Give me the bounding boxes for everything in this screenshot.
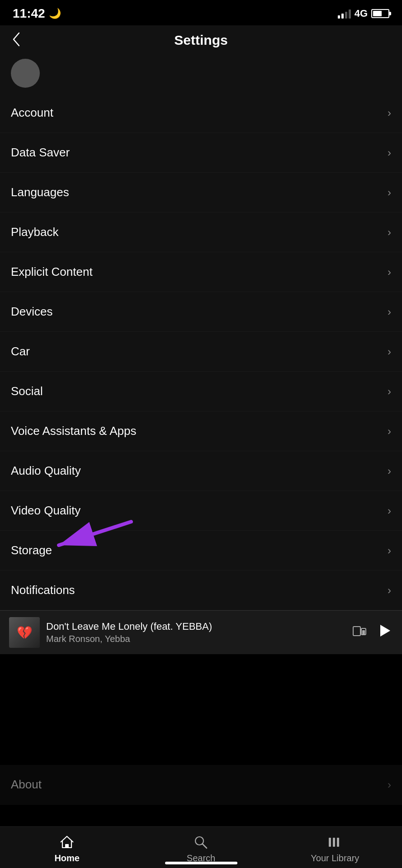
chevron-icon-voice-assistants: › (388, 425, 391, 438)
battery-fill (373, 11, 382, 16)
signal-bar-2 (341, 14, 344, 19)
status-time: 11:42 (13, 6, 45, 21)
nav-home[interactable]: Home (0, 827, 134, 868)
chevron-icon-about: › (388, 778, 391, 791)
settings-label-devices: Devices (11, 305, 52, 319)
svg-rect-5 (65, 844, 69, 848)
settings-label-storage: Storage (11, 543, 52, 557)
page-title: Settings (174, 33, 227, 48)
svg-rect-8 (329, 838, 331, 847)
signal-bar-3 (345, 12, 347, 19)
signal-bar-4 (349, 9, 351, 19)
mini-player[interactable]: Don't Leave Me Lonely (feat. YEBBA) Mark… (0, 610, 402, 654)
settings-label-languages: Languages (11, 185, 69, 199)
settings-label-audio-quality: Audio Quality (11, 464, 81, 478)
connect-device-icon[interactable] (351, 623, 368, 642)
status-bar: 11:42 🌙 4G (0, 0, 402, 25)
settings-item-car[interactable]: Car › (0, 332, 402, 372)
svg-marker-4 (380, 625, 390, 637)
settings-item-playback[interactable]: Playback › (0, 212, 402, 252)
settings-item-languages[interactable]: Languages › (0, 173, 402, 212)
settings-list: Account › Data Saver › Languages › Playb… (0, 93, 402, 610)
mini-player-title: Don't Leave Me Lonely (feat. YEBBA) (46, 621, 345, 632)
settings-item-explicit-content[interactable]: Explicit Content › (0, 252, 402, 292)
mini-player-artist: Mark Ronson, Yebba (46, 634, 345, 644)
chevron-icon-devices: › (388, 306, 391, 318)
chevron-icon-video-quality: › (388, 505, 391, 517)
signal-bars (338, 9, 351, 19)
back-button[interactable] (11, 31, 22, 50)
chevron-icon-playback: › (388, 226, 391, 239)
chevron-icon-data-saver: › (388, 146, 391, 159)
nav-home-label: Home (54, 853, 80, 863)
signal-bar-1 (338, 15, 340, 19)
storage-row-container: Storage › (0, 531, 402, 571)
profile-section (0, 55, 402, 93)
library-icon (327, 834, 343, 850)
settings-item-devices[interactable]: Devices › (0, 292, 402, 332)
chevron-icon-languages: › (388, 186, 391, 199)
chevron-icon-explicit-content: › (388, 266, 391, 278)
settings-item-account[interactable]: Account › (0, 93, 402, 133)
svg-rect-3 (362, 630, 365, 635)
play-button[interactable] (376, 622, 393, 643)
settings-label-about: About (11, 778, 42, 792)
settings-label-voice-assistants: Voice Assistants & Apps (11, 424, 137, 438)
settings-label-notifications: Notifications (11, 583, 75, 597)
svg-rect-10 (337, 838, 339, 847)
mini-player-info: Don't Leave Me Lonely (feat. YEBBA) Mark… (46, 621, 345, 644)
settings-label-video-quality: Video Quality (11, 504, 80, 518)
nav-library-label: Your Library (311, 853, 359, 863)
chevron-icon-storage: › (388, 544, 391, 557)
chevron-icon-account: › (388, 107, 391, 119)
album-art-inner (9, 617, 40, 648)
moon-icon: 🌙 (49, 8, 61, 19)
svg-line-7 (203, 844, 207, 848)
home-indicator (165, 862, 237, 864)
album-art (9, 617, 40, 648)
chevron-icon-social: › (388, 385, 391, 398)
svg-rect-9 (333, 838, 335, 847)
svg-rect-1 (353, 627, 360, 636)
settings-label-data-saver: Data Saver (11, 146, 70, 160)
network-type: 4G (355, 8, 368, 19)
settings-item-social[interactable]: Social › (0, 372, 402, 411)
settings-label-social: Social (11, 384, 43, 398)
settings-label-car: Car (11, 344, 30, 359)
settings-item-storage[interactable]: Storage › (0, 531, 402, 571)
avatar (11, 59, 40, 88)
chevron-icon-car: › (388, 345, 391, 358)
search-icon (193, 834, 209, 850)
status-icons: 4G (338, 8, 389, 19)
settings-item-audio-quality[interactable]: Audio Quality › (0, 451, 402, 491)
battery-icon (371, 9, 389, 18)
mini-player-controls (351, 622, 393, 643)
settings-header: Settings (0, 25, 402, 55)
settings-item-voice-assistants[interactable]: Voice Assistants & Apps › (0, 411, 402, 451)
nav-library[interactable]: Your Library (268, 827, 402, 868)
chevron-icon-audio-quality: › (388, 465, 391, 477)
home-icon (59, 834, 75, 850)
settings-label-playback: Playback (11, 225, 59, 239)
chevron-icon-notifications: › (388, 584, 391, 597)
settings-item-data-saver[interactable]: Data Saver › (0, 133, 402, 173)
settings-item-video-quality[interactable]: Video Quality › (0, 491, 402, 531)
settings-item-notifications[interactable]: Notifications › (0, 571, 402, 610)
settings-label-account: Account (11, 106, 53, 120)
settings-item-about[interactable]: About › (0, 765, 402, 805)
settings-label-explicit-content: Explicit Content (11, 265, 93, 279)
